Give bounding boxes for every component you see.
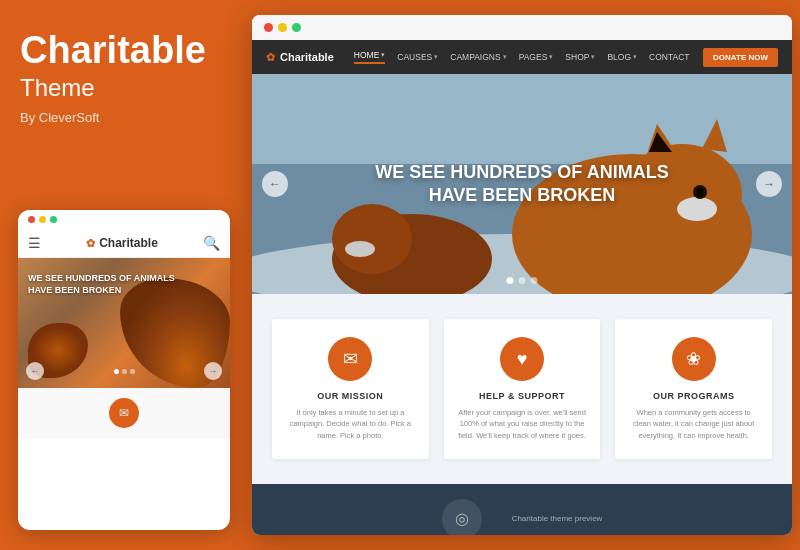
bottom-content: ◎ Charitable theme preview (442, 499, 603, 535)
mobile-logo: ✿ Charitable (86, 236, 158, 250)
mobile-logo-flower: ✿ (86, 237, 95, 250)
programs-title: OUR PROGRAMS (629, 391, 758, 401)
feature-card-mission: ✉ OUR MISSION It only takes a minute to … (272, 319, 429, 459)
desktop-hero-dot-3 (531, 277, 538, 284)
desktop-next-arrow[interactable]: → (756, 171, 782, 197)
desktop-dot-red (264, 23, 273, 32)
feature-card-programs: ❀ OUR PROGRAMS When a community gets acc… (615, 319, 772, 459)
mobile-mission-icon: ✉ (109, 398, 139, 428)
nav-link-shop[interactable]: SHOP ▾ (565, 52, 595, 62)
nav-link-causes[interactable]: CAUSES ▾ (397, 52, 438, 62)
desktop-nav: ✿ Charitable HOME ▾ CAUSES ▾ CAMPAIGNS ▾… (252, 40, 792, 74)
mobile-next-arrow[interactable]: → (204, 362, 222, 380)
support-title: HELP & SUPPORT (458, 391, 587, 401)
nav-link-campaigns[interactable]: CAMPAIGNS ▾ (450, 52, 506, 62)
desktop-logo-flower: ✿ (266, 51, 275, 64)
nav-link-pages[interactable]: PAGES ▾ (519, 52, 554, 62)
mobile-hero-dot-3 (130, 369, 135, 374)
desktop-features: ✉ OUR MISSION It only takes a minute to … (252, 294, 792, 484)
desktop-prev-arrow[interactable]: ← (262, 171, 288, 197)
mobile-dots-bar (18, 210, 230, 229)
mission-text: It only takes a minute to set up a campa… (286, 407, 415, 441)
desktop-dot-yellow (278, 23, 287, 32)
support-text: After your campaign is over, we'll send … (458, 407, 587, 441)
desktop-bottom-section: ◎ Charitable theme preview (252, 484, 792, 535)
mobile-search-icon[interactable]: 🔍 (203, 235, 220, 251)
desktop-hero-text: WE SEE HUNDREDS OF ANIMALS HAVE BEEN BRO… (375, 161, 668, 208)
desktop-logo-text: Charitable (280, 51, 334, 63)
support-icon-circle: ♥ (500, 337, 544, 381)
mobile-hero-line1: WE SEE HUNDREDS OF ANIMALS (28, 273, 220, 285)
programs-text: When a community gets access to clean wa… (629, 407, 758, 441)
mission-icon-circle: ✉ (328, 337, 372, 381)
nav-link-blog[interactable]: BLOG ▾ (607, 52, 637, 62)
desktop-dots-bar (252, 15, 792, 40)
desktop-hero-dot-2 (519, 277, 526, 284)
mobile-hero-dots (114, 362, 135, 380)
desktop-hero: WE SEE HUNDREDS OF ANIMALS HAVE BEEN BRO… (252, 74, 792, 294)
support-icon: ♥ (517, 349, 528, 370)
donate-button[interactable]: DONATE NOW (703, 48, 778, 67)
mission-icon: ✉ (343, 348, 358, 370)
bottom-text: Charitable theme preview (512, 513, 603, 525)
mobile-hero-nav: ← → (26, 362, 222, 380)
mobile-nav: ☰ ✿ Charitable 🔍 (18, 229, 230, 258)
desktop-logo: ✿ Charitable (266, 51, 334, 64)
mobile-features: ✉ (18, 388, 230, 438)
mobile-hero-text: WE SEE HUNDREDS OF ANIMALS HAVE BEEN BRO… (28, 273, 220, 296)
nav-link-home[interactable]: HOME ▾ (354, 50, 386, 64)
left-title: Charitable (20, 30, 228, 72)
mobile-mockup: ☰ ✿ Charitable 🔍 WE SEE HUNDREDS OF ANIM… (18, 210, 230, 530)
programs-icon: ❀ (686, 348, 701, 370)
desktop-dot-green (292, 23, 301, 32)
mobile-dot-yellow (39, 216, 46, 223)
left-by: By CleverSoft (20, 110, 228, 125)
feature-card-support: ♥ HELP & SUPPORT After your campaign is … (444, 319, 601, 459)
mobile-hero-dot-2 (122, 369, 127, 374)
mobile-logo-text: Charitable (99, 236, 158, 250)
left-subtitle: Theme (20, 74, 228, 102)
mobile-dot-green (50, 216, 57, 223)
mobile-prev-arrow[interactable]: ← (26, 362, 44, 380)
desktop-hero-line1: WE SEE HUNDREDS OF ANIMALS (375, 161, 668, 184)
mobile-hero-line2: HAVE BEEN BROKEN (28, 285, 220, 297)
mobile-dot-red (28, 216, 35, 223)
left-panel: Charitable Theme By CleverSoft ☰ ✿ Chari… (0, 0, 248, 550)
programs-icon-circle: ❀ (672, 337, 716, 381)
nav-link-contact[interactable]: CONTACT (649, 52, 689, 62)
desktop-hero-dots (507, 277, 538, 284)
mobile-hero: WE SEE HUNDREDS OF ANIMALS HAVE BEEN BRO… (18, 258, 230, 388)
mobile-hero-dot-1 (114, 369, 119, 374)
desktop-nav-links: HOME ▾ CAUSES ▾ CAMPAIGNS ▾ PAGES ▾ SHOP… (354, 50, 703, 64)
mission-title: OUR MISSION (286, 391, 415, 401)
desktop-hero-dot-1 (507, 277, 514, 284)
desktop-mockup: ✿ Charitable HOME ▾ CAUSES ▾ CAMPAIGNS ▾… (252, 15, 792, 535)
hamburger-icon[interactable]: ☰ (28, 235, 41, 251)
desktop-hero-line2: HAVE BEEN BROKEN (375, 184, 668, 207)
bottom-icon-1: ◎ (442, 499, 482, 535)
